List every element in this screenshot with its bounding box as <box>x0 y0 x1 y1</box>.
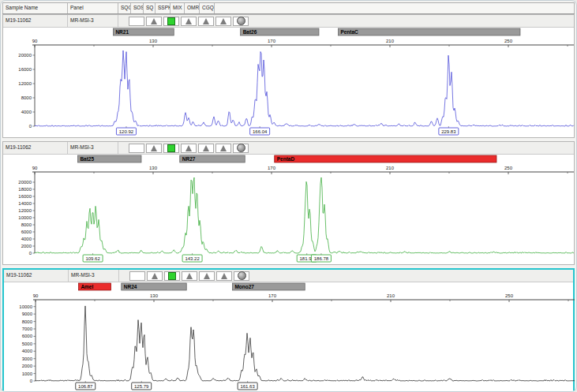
y-tick-label: 0 <box>29 251 32 256</box>
flag-cell-sos[interactable] <box>147 271 163 281</box>
y-tick-label: 12000 <box>18 208 32 213</box>
warning-triangle-icon <box>185 18 192 24</box>
flag-cell-sqo[interactable] <box>129 144 144 153</box>
y-tick-label: 0 <box>29 124 32 129</box>
flag-cell-sos[interactable] <box>146 17 162 26</box>
x-tick-label: 250 <box>504 39 513 43</box>
pass-square-icon <box>167 144 175 152</box>
cgq-sphere-icon <box>238 271 246 280</box>
y-tick-label: 0 <box>30 379 33 383</box>
electropherogram-panel[interactable]: M19-11062MR-MSI-3NR21Bat26PentaC90130170… <box>2 14 575 138</box>
warning-triangle-icon <box>203 145 209 151</box>
marker-label: Amel <box>81 284 93 289</box>
y-tick-label: 18000 <box>18 187 32 192</box>
y-tick-label: 2000 <box>21 244 32 248</box>
marker-label: NR27 <box>182 156 196 162</box>
y-tick-label: 4000 <box>22 349 33 353</box>
column-header-sqo[interactable]: SQO <box>118 3 130 13</box>
sample-row[interactable]: M19-11062MR-MSI-3 <box>3 142 574 155</box>
x-tick-label: 90 <box>32 166 38 170</box>
x-tick-label: 170 <box>268 39 276 43</box>
y-tick-label: 10000 <box>18 215 32 220</box>
x-tick-label: 250 <box>505 293 514 298</box>
sample-name-cell[interactable]: M19-11062 <box>3 15 68 27</box>
flag-cell-sspk[interactable] <box>182 271 197 281</box>
peak-size-label: 120.92 <box>119 129 134 134</box>
flag-cell-sq[interactable] <box>163 144 179 153</box>
marker-label: PentaC <box>340 29 358 35</box>
y-tick-label: 12000 <box>18 81 32 86</box>
sample-name-cell[interactable]: M19-11062 <box>4 270 69 282</box>
pass-square-icon <box>167 17 175 25</box>
flag-cell-cgq[interactable] <box>233 17 249 26</box>
peak-size-label: 143.22 <box>185 256 200 261</box>
peak-size-label: 161.63 <box>240 384 255 389</box>
electropherogram-plot: AmelNR24Mono2790130170210250100009000800… <box>4 282 576 392</box>
flag-cell-cgq[interactable] <box>233 144 249 153</box>
warning-triangle-icon <box>151 145 157 151</box>
x-tick-label: 130 <box>149 39 158 43</box>
sample-row[interactable]: M19-11062MR-MSI-3 <box>3 15 574 28</box>
y-tick-label: 8000 <box>22 319 33 324</box>
marker-bar[interactable] <box>338 28 520 35</box>
column-header-sample-name[interactable]: Sample Name <box>2 3 67 13</box>
y-tick-label: 5000 <box>22 342 33 346</box>
electropherogram-plot: Bat25NR27PentaD9013017021025020000180001… <box>3 155 575 264</box>
genotyping-app-window: Sample NamePanelSQOSOSSQSSPKMIXOMRCGQ M1… <box>0 0 577 392</box>
flag-cell-mix[interactable] <box>199 271 215 281</box>
y-tick-label: 3000 <box>22 357 33 361</box>
x-tick-label: 90 <box>33 293 39 298</box>
column-header-sspk[interactable]: SSPK <box>155 3 170 13</box>
warning-triangle-icon <box>152 273 158 279</box>
marker-label: NR24 <box>124 284 137 289</box>
x-tick-label: 90 <box>32 39 38 43</box>
panel-name-cell[interactable]: MR-MSI-3 <box>68 142 118 154</box>
warning-triangle-icon <box>185 145 192 151</box>
pass-square-icon <box>168 272 176 280</box>
column-header-mix[interactable]: MIX <box>170 3 184 13</box>
y-tick-label: 6000 <box>21 230 32 234</box>
flag-cell-sspk[interactable] <box>181 144 197 153</box>
y-tick-label: 6000 <box>22 334 33 338</box>
x-tick-label: 210 <box>386 166 395 170</box>
sample-name-cell[interactable]: M19-11062 <box>3 142 68 154</box>
column-header-cgq[interactable]: CGQ <box>199 3 214 13</box>
cgq-sphere-icon <box>237 144 245 152</box>
flag-cell-omr[interactable] <box>215 144 231 153</box>
column-header-omr[interactable]: OMR <box>184 3 199 13</box>
flag-cell-omr[interactable] <box>216 271 232 281</box>
flag-cell-sos[interactable] <box>146 144 162 153</box>
warning-triangle-icon <box>220 18 227 24</box>
warning-triangle-icon <box>220 145 227 151</box>
x-tick-label: 250 <box>504 166 513 170</box>
flag-cell-mix[interactable] <box>198 144 214 153</box>
y-tick-label: 20000 <box>18 53 32 58</box>
flag-cell-sqo[interactable] <box>129 17 144 26</box>
flag-cell-sspk[interactable] <box>181 17 197 26</box>
electropherogram-panel[interactable]: M19-11062MR-MSI-3AmelNR24Mono27901301702… <box>2 268 575 392</box>
column-header-filler <box>214 3 575 13</box>
column-header-panel[interactable]: Panel <box>67 3 118 13</box>
y-tick-label: 9000 <box>22 312 33 316</box>
flag-cell-mix[interactable] <box>198 17 214 26</box>
column-header-sq[interactable]: SQ <box>143 3 155 13</box>
flag-cell-sq[interactable] <box>163 17 179 26</box>
x-tick-label: 210 <box>386 39 395 43</box>
flag-cell-sqo[interactable] <box>129 271 145 281</box>
panel-name-cell[interactable]: MR-MSI-3 <box>69 270 119 282</box>
trace-line <box>36 306 575 381</box>
y-tick-label: 10000 <box>19 304 32 309</box>
sample-row[interactable]: M19-11062MR-MSI-3 <box>4 270 573 282</box>
y-tick-label: 14000 <box>18 201 32 206</box>
flag-cell-omr[interactable] <box>215 17 231 26</box>
flag-cell-sq[interactable] <box>164 271 180 281</box>
panel-name-cell[interactable]: MR-MSI-3 <box>68 15 118 27</box>
electropherogram-panel[interactable]: M19-11062MR-MSI-3Bat25NR27PentaD90130170… <box>2 141 575 265</box>
warning-triangle-icon <box>204 273 210 279</box>
y-tick-label: 8000 <box>21 222 32 227</box>
column-header-sos[interactable]: SOS <box>130 3 143 13</box>
y-tick-label: 20000 <box>18 180 32 185</box>
peak-size-label: 186.78 <box>314 256 329 261</box>
flag-cell-cgq[interactable] <box>234 271 249 281</box>
marker-bar[interactable] <box>275 155 496 162</box>
